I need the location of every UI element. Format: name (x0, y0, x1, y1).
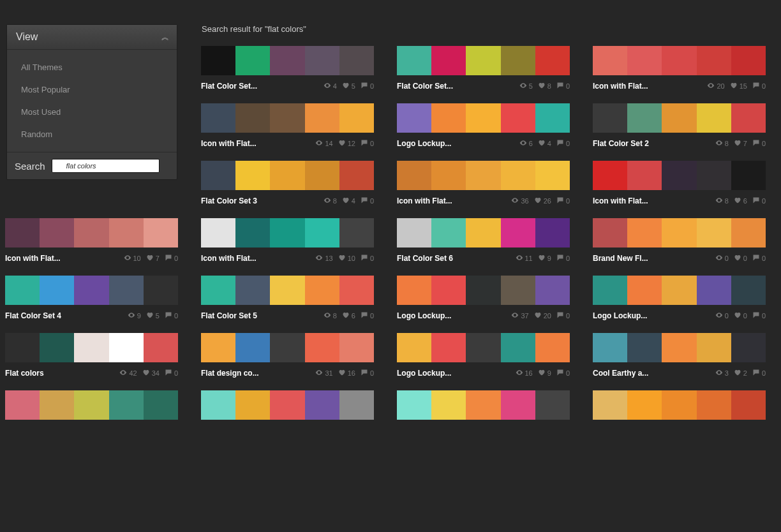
color-swatch[interactable] (397, 390, 431, 420)
color-swatch[interactable] (466, 390, 500, 420)
color-swatch[interactable] (731, 103, 766, 133)
palette-name[interactable]: Flat design co... (201, 369, 259, 378)
color-swatch[interactable] (501, 333, 535, 362)
color-swatch[interactable] (397, 276, 431, 305)
color-swatch[interactable] (339, 218, 374, 248)
color-swatch[interactable] (339, 390, 374, 420)
palette-name[interactable]: Icon with Flat... (5, 254, 61, 263)
color-swatch[interactable] (40, 276, 74, 305)
palette-swatches[interactable] (593, 103, 766, 133)
color-swatch[interactable] (397, 218, 431, 248)
palette-swatches[interactable] (397, 390, 570, 420)
color-swatch[interactable] (535, 333, 570, 362)
color-swatch[interactable] (270, 46, 304, 75)
color-swatch[interactable] (235, 390, 270, 420)
color-swatch[interactable] (662, 218, 696, 248)
color-swatch[interactable] (201, 218, 235, 248)
color-swatch[interactable] (305, 390, 339, 420)
color-swatch[interactable] (305, 333, 339, 362)
palette-name[interactable]: Flat Color Set... (201, 82, 257, 91)
palette-swatches[interactable] (5, 218, 178, 248)
palette-swatches[interactable] (397, 276, 570, 305)
palette-name[interactable]: Icon with Flat... (201, 139, 257, 148)
color-swatch[interactable] (109, 276, 144, 305)
palette-swatches[interactable] (5, 333, 178, 362)
color-swatch[interactable] (731, 218, 766, 248)
color-swatch[interactable] (466, 218, 500, 248)
color-swatch[interactable] (535, 390, 570, 420)
palette-swatches[interactable] (593, 161, 766, 190)
color-swatch[interactable] (5, 218, 40, 248)
palette-name[interactable]: Flat Color Set 6 (397, 254, 453, 263)
color-swatch[interactable] (466, 333, 500, 362)
color-swatch[interactable] (201, 390, 235, 420)
palette-name[interactable]: Icon with Flat... (397, 196, 452, 205)
color-swatch[interactable] (235, 218, 270, 248)
color-swatch[interactable] (305, 103, 339, 133)
palette-name[interactable]: Cool Earthy a... (593, 369, 648, 378)
palette-swatches[interactable] (201, 161, 374, 190)
color-swatch[interactable] (305, 276, 339, 305)
color-swatch[interactable] (235, 46, 270, 75)
color-swatch[interactable] (74, 276, 108, 305)
palette-swatches[interactable] (5, 276, 178, 305)
color-swatch[interactable] (593, 46, 627, 75)
palette-swatches[interactable] (201, 218, 374, 248)
palette-swatches[interactable] (397, 333, 570, 362)
color-swatch[interactable] (627, 218, 662, 248)
palette-swatches[interactable] (201, 46, 374, 75)
color-swatch[interactable] (431, 276, 466, 305)
color-swatch[interactable] (5, 276, 40, 305)
color-swatch[interactable] (270, 218, 304, 248)
color-swatch[interactable] (270, 390, 304, 420)
color-swatch[interactable] (627, 161, 662, 190)
color-swatch[interactable] (697, 161, 731, 190)
color-swatch[interactable] (501, 218, 535, 248)
color-swatch[interactable] (627, 390, 662, 420)
color-swatch[interactable] (662, 276, 696, 305)
palette-name[interactable]: Flat Color Set 5 (201, 311, 257, 320)
color-swatch[interactable] (697, 276, 731, 305)
color-swatch[interactable] (235, 103, 270, 133)
color-swatch[interactable] (201, 161, 235, 190)
color-swatch[interactable] (593, 333, 627, 362)
color-swatch[interactable] (466, 103, 500, 133)
palette-name[interactable]: Logo Lockup... (397, 139, 451, 148)
palette-swatches[interactable] (201, 390, 374, 420)
color-swatch[interactable] (593, 218, 627, 248)
color-swatch[interactable] (731, 276, 766, 305)
palette-name[interactable]: Flat Color Set... (397, 82, 453, 91)
palette-name[interactable]: Flat colors (5, 369, 44, 378)
color-swatch[interactable] (109, 333, 144, 362)
color-swatch[interactable] (501, 390, 535, 420)
palette-swatches[interactable] (593, 390, 766, 420)
palette-name[interactable]: Icon with Flat... (201, 254, 257, 263)
palette-swatches[interactable] (593, 276, 766, 305)
palette-swatches[interactable] (201, 103, 374, 133)
color-swatch[interactable] (201, 46, 235, 75)
color-swatch[interactable] (270, 103, 304, 133)
palette-swatches[interactable] (593, 218, 766, 248)
color-swatch[interactable] (466, 276, 500, 305)
color-swatch[interactable] (74, 218, 108, 248)
color-swatch[interactable] (501, 46, 535, 75)
palette-name[interactable]: Flat Color Set 4 (5, 311, 61, 320)
palette-name[interactable]: Logo Lockup... (397, 311, 451, 320)
palette-swatches[interactable] (5, 390, 178, 420)
color-swatch[interactable] (431, 218, 466, 248)
palette-swatches[interactable] (397, 161, 570, 190)
collapse-icon[interactable]: ︽ (161, 32, 168, 43)
color-swatch[interactable] (662, 333, 696, 362)
color-swatch[interactable] (593, 161, 627, 190)
color-swatch[interactable] (627, 103, 662, 133)
color-swatch[interactable] (535, 276, 570, 305)
color-swatch[interactable] (235, 276, 270, 305)
palette-swatches[interactable] (593, 333, 766, 362)
color-swatch[interactable] (662, 46, 696, 75)
color-swatch[interactable] (535, 46, 570, 75)
color-swatch[interactable] (501, 103, 535, 133)
color-swatch[interactable] (40, 333, 74, 362)
color-swatch[interactable] (40, 390, 74, 420)
color-swatch[interactable] (431, 161, 466, 190)
palette-name[interactable]: Logo Lockup... (397, 369, 451, 378)
